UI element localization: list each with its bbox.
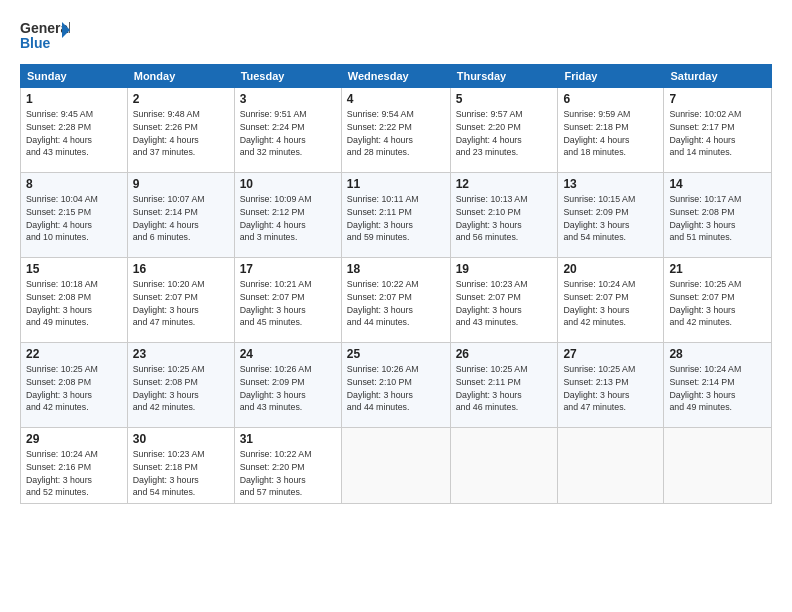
day-number: 11: [347, 177, 445, 191]
day-info: Sunrise: 9:48 AM Sunset: 2:26 PM Dayligh…: [133, 108, 229, 159]
weekday-header: Thursday: [450, 65, 558, 88]
day-info: Sunrise: 10:26 AM Sunset: 2:09 PM Daylig…: [240, 363, 336, 414]
day-info: Sunrise: 9:45 AM Sunset: 2:28 PM Dayligh…: [26, 108, 122, 159]
calendar-cell: 15Sunrise: 10:18 AM Sunset: 2:08 PM Dayl…: [21, 258, 128, 343]
calendar-cell: 2Sunrise: 9:48 AM Sunset: 2:26 PM Daylig…: [127, 88, 234, 173]
day-info: Sunrise: 10:23 AM Sunset: 2:18 PM Daylig…: [133, 448, 229, 499]
calendar-header-row: SundayMondayTuesdayWednesdayThursdayFrid…: [21, 65, 772, 88]
weekday-header: Saturday: [664, 65, 772, 88]
page: General Blue SundayMondayTuesdayWednesda…: [0, 0, 792, 612]
weekday-header: Friday: [558, 65, 664, 88]
calendar-cell: 29Sunrise: 10:24 AM Sunset: 2:16 PM Dayl…: [21, 428, 128, 504]
day-number: 7: [669, 92, 766, 106]
day-number: 3: [240, 92, 336, 106]
day-info: Sunrise: 10:23 AM Sunset: 2:07 PM Daylig…: [456, 278, 553, 329]
day-number: 28: [669, 347, 766, 361]
calendar-week-row: 8Sunrise: 10:04 AM Sunset: 2:15 PM Dayli…: [21, 173, 772, 258]
day-number: 20: [563, 262, 658, 276]
day-info: Sunrise: 10:09 AM Sunset: 2:12 PM Daylig…: [240, 193, 336, 244]
calendar-cell: 7Sunrise: 10:02 AM Sunset: 2:17 PM Dayli…: [664, 88, 772, 173]
calendar-cell: 22Sunrise: 10:25 AM Sunset: 2:08 PM Dayl…: [21, 343, 128, 428]
day-number: 17: [240, 262, 336, 276]
day-number: 12: [456, 177, 553, 191]
calendar-cell: 13Sunrise: 10:15 AM Sunset: 2:09 PM Dayl…: [558, 173, 664, 258]
calendar-cell: 8Sunrise: 10:04 AM Sunset: 2:15 PM Dayli…: [21, 173, 128, 258]
calendar-cell: 1Sunrise: 9:45 AM Sunset: 2:28 PM Daylig…: [21, 88, 128, 173]
calendar-table: SundayMondayTuesdayWednesdayThursdayFrid…: [20, 64, 772, 504]
day-info: Sunrise: 10:22 AM Sunset: 2:20 PM Daylig…: [240, 448, 336, 499]
calendar-cell: [341, 428, 450, 504]
header: General Blue: [20, 18, 772, 54]
day-info: Sunrise: 9:59 AM Sunset: 2:18 PM Dayligh…: [563, 108, 658, 159]
day-number: 16: [133, 262, 229, 276]
weekday-header: Tuesday: [234, 65, 341, 88]
day-info: Sunrise: 10:11 AM Sunset: 2:11 PM Daylig…: [347, 193, 445, 244]
day-info: Sunrise: 10:25 AM Sunset: 2:11 PM Daylig…: [456, 363, 553, 414]
day-number: 1: [26, 92, 122, 106]
calendar-cell: 24Sunrise: 10:26 AM Sunset: 2:09 PM Dayl…: [234, 343, 341, 428]
calendar-cell: [450, 428, 558, 504]
day-number: 19: [456, 262, 553, 276]
calendar-cell: 12Sunrise: 10:13 AM Sunset: 2:10 PM Dayl…: [450, 173, 558, 258]
day-number: 5: [456, 92, 553, 106]
day-number: 29: [26, 432, 122, 446]
calendar-cell: 16Sunrise: 10:20 AM Sunset: 2:07 PM Dayl…: [127, 258, 234, 343]
day-info: Sunrise: 9:51 AM Sunset: 2:24 PM Dayligh…: [240, 108, 336, 159]
day-number: 6: [563, 92, 658, 106]
calendar-week-row: 1Sunrise: 9:45 AM Sunset: 2:28 PM Daylig…: [21, 88, 772, 173]
day-number: 27: [563, 347, 658, 361]
day-info: Sunrise: 10:18 AM Sunset: 2:08 PM Daylig…: [26, 278, 122, 329]
day-number: 14: [669, 177, 766, 191]
calendar-cell: 3Sunrise: 9:51 AM Sunset: 2:24 PM Daylig…: [234, 88, 341, 173]
calendar-cell: 9Sunrise: 10:07 AM Sunset: 2:14 PM Dayli…: [127, 173, 234, 258]
calendar-cell: 4Sunrise: 9:54 AM Sunset: 2:22 PM Daylig…: [341, 88, 450, 173]
day-number: 22: [26, 347, 122, 361]
day-info: Sunrise: 10:24 AM Sunset: 2:07 PM Daylig…: [563, 278, 658, 329]
day-number: 21: [669, 262, 766, 276]
day-info: Sunrise: 10:20 AM Sunset: 2:07 PM Daylig…: [133, 278, 229, 329]
day-info: Sunrise: 10:15 AM Sunset: 2:09 PM Daylig…: [563, 193, 658, 244]
day-info: Sunrise: 10:25 AM Sunset: 2:07 PM Daylig…: [669, 278, 766, 329]
calendar-cell: 30Sunrise: 10:23 AM Sunset: 2:18 PM Dayl…: [127, 428, 234, 504]
day-info: Sunrise: 10:21 AM Sunset: 2:07 PM Daylig…: [240, 278, 336, 329]
calendar-cell: 19Sunrise: 10:23 AM Sunset: 2:07 PM Dayl…: [450, 258, 558, 343]
calendar-cell: [664, 428, 772, 504]
day-number: 2: [133, 92, 229, 106]
day-info: Sunrise: 9:54 AM Sunset: 2:22 PM Dayligh…: [347, 108, 445, 159]
day-number: 4: [347, 92, 445, 106]
calendar-week-row: 22Sunrise: 10:25 AM Sunset: 2:08 PM Dayl…: [21, 343, 772, 428]
calendar-cell: 23Sunrise: 10:25 AM Sunset: 2:08 PM Dayl…: [127, 343, 234, 428]
day-info: Sunrise: 10:17 AM Sunset: 2:08 PM Daylig…: [669, 193, 766, 244]
calendar-week-row: 29Sunrise: 10:24 AM Sunset: 2:16 PM Dayl…: [21, 428, 772, 504]
calendar-cell: 18Sunrise: 10:22 AM Sunset: 2:07 PM Dayl…: [341, 258, 450, 343]
logo: General Blue: [20, 18, 70, 54]
day-number: 8: [26, 177, 122, 191]
day-number: 30: [133, 432, 229, 446]
calendar-cell: 6Sunrise: 9:59 AM Sunset: 2:18 PM Daylig…: [558, 88, 664, 173]
calendar-cell: 20Sunrise: 10:24 AM Sunset: 2:07 PM Dayl…: [558, 258, 664, 343]
calendar-cell: [558, 428, 664, 504]
day-info: Sunrise: 10:26 AM Sunset: 2:10 PM Daylig…: [347, 363, 445, 414]
svg-text:Blue: Blue: [20, 35, 51, 51]
calendar-week-row: 15Sunrise: 10:18 AM Sunset: 2:08 PM Dayl…: [21, 258, 772, 343]
calendar-cell: 26Sunrise: 10:25 AM Sunset: 2:11 PM Dayl…: [450, 343, 558, 428]
day-number: 31: [240, 432, 336, 446]
day-number: 13: [563, 177, 658, 191]
weekday-header: Monday: [127, 65, 234, 88]
day-info: Sunrise: 10:02 AM Sunset: 2:17 PM Daylig…: [669, 108, 766, 159]
day-info: Sunrise: 10:25 AM Sunset: 2:08 PM Daylig…: [133, 363, 229, 414]
calendar-cell: 14Sunrise: 10:17 AM Sunset: 2:08 PM Dayl…: [664, 173, 772, 258]
day-info: Sunrise: 10:07 AM Sunset: 2:14 PM Daylig…: [133, 193, 229, 244]
weekday-header: Wednesday: [341, 65, 450, 88]
day-info: Sunrise: 10:25 AM Sunset: 2:13 PM Daylig…: [563, 363, 658, 414]
logo-svg: General Blue: [20, 18, 70, 54]
day-info: Sunrise: 10:04 AM Sunset: 2:15 PM Daylig…: [26, 193, 122, 244]
day-info: Sunrise: 10:22 AM Sunset: 2:07 PM Daylig…: [347, 278, 445, 329]
calendar-cell: 11Sunrise: 10:11 AM Sunset: 2:11 PM Dayl…: [341, 173, 450, 258]
calendar-cell: 17Sunrise: 10:21 AM Sunset: 2:07 PM Dayl…: [234, 258, 341, 343]
calendar-cell: 25Sunrise: 10:26 AM Sunset: 2:10 PM Dayl…: [341, 343, 450, 428]
calendar-cell: 10Sunrise: 10:09 AM Sunset: 2:12 PM Dayl…: [234, 173, 341, 258]
day-info: Sunrise: 10:24 AM Sunset: 2:16 PM Daylig…: [26, 448, 122, 499]
day-number: 9: [133, 177, 229, 191]
day-number: 25: [347, 347, 445, 361]
